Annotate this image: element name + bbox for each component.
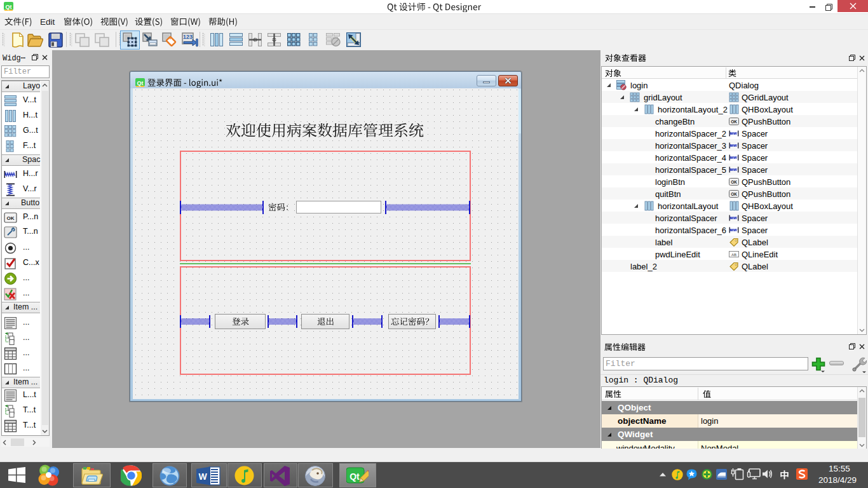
svg-text:Qt: Qt bbox=[6, 4, 12, 10]
svg-text:OK: OK bbox=[7, 215, 15, 221]
svg-text:Qt: Qt bbox=[137, 80, 144, 86]
svg-text:Qt: Qt bbox=[349, 471, 360, 482]
svg-text:OK: OK bbox=[731, 192, 737, 196]
svg-text:123: 123 bbox=[183, 34, 193, 40]
svg-text:W: W bbox=[198, 471, 207, 482]
svg-text:OK: OK bbox=[731, 119, 737, 124]
svg-text:AB: AB bbox=[731, 252, 736, 256]
svg-text:OK: OK bbox=[731, 180, 737, 184]
